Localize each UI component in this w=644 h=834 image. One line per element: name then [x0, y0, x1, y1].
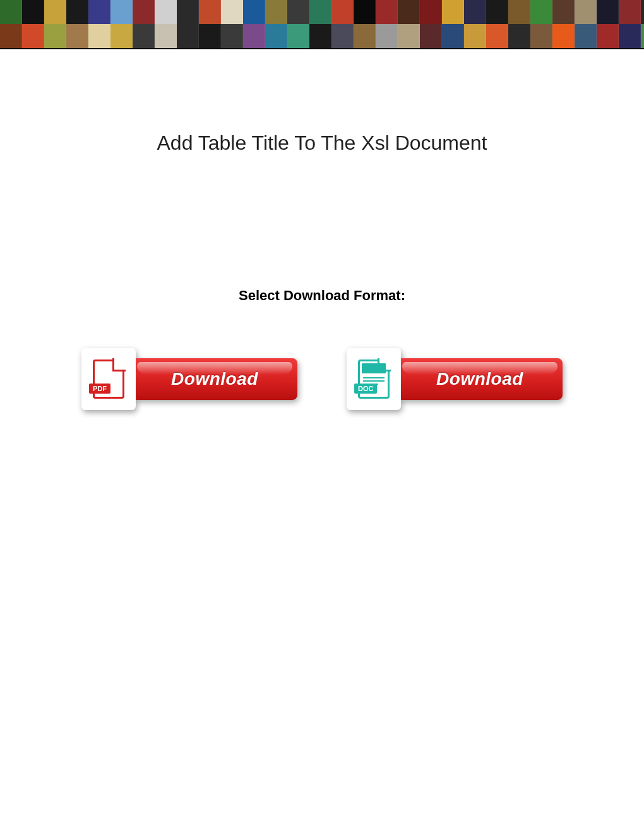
- banner-collage: [0, 0, 644, 49]
- download-pdf-button[interactable]: PDF Download: [81, 348, 297, 410]
- page-title: Add Table Title To The Xsl Document: [0, 131, 644, 155]
- download-buttons-row: PDF Download DOC Download: [0, 348, 644, 410]
- doc-icon-label: DOC: [354, 384, 377, 394]
- pdf-icon-label: PDF: [89, 384, 110, 394]
- page-body: Add Table Title To The Xsl Document Sele…: [0, 131, 644, 410]
- download-doc-button[interactable]: DOC Download: [347, 348, 563, 410]
- pdf-icon: PDF: [81, 348, 136, 410]
- download-pdf-label: Download: [171, 369, 258, 389]
- format-heading: Select Download Format:: [0, 287, 644, 304]
- doc-icon: DOC: [347, 348, 401, 410]
- download-doc-label: Download: [436, 369, 523, 389]
